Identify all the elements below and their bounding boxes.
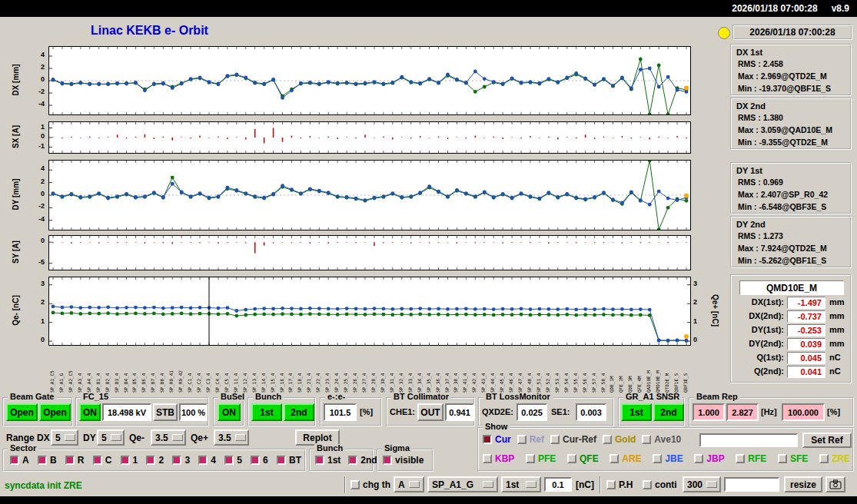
sigma-visible-checkbox[interactable]: visible [383, 455, 424, 466]
panel-label: Bunch [314, 444, 345, 453]
screenshot-button[interactable] [825, 476, 845, 492]
sector-3-checkbox[interactable]: 3 [172, 455, 190, 466]
bpm-row-value: 0.041 [787, 366, 825, 378]
gr-a1-1st-button[interactable]: 1st [621, 403, 652, 421]
beam-rep-hz-unit: [Hz] [761, 407, 777, 416]
show-row2-rfe-checkbox[interactable]: RFE [736, 453, 766, 464]
separator [344, 476, 346, 493]
checkbox-indicator [526, 454, 535, 463]
sector-5-checkbox[interactable]: 5 [224, 455, 242, 466]
range-qe-plus-select[interactable]: 3.5 [214, 429, 249, 446]
sector-b-checkbox[interactable]: B [38, 455, 57, 466]
x-axis-label: SP_A3_4 [78, 346, 83, 393]
busel-on-button[interactable]: ON [218, 403, 241, 421]
conti-checkbox[interactable]: conti [643, 479, 677, 490]
show-row2-kbp-checkbox[interactable]: KBP [483, 453, 514, 464]
dx-orbit-plot[interactable] [48, 46, 691, 115]
show-row1-cur-ref-checkbox[interactable]: Cur-Ref [550, 434, 596, 445]
select-value: 5 [55, 433, 61, 443]
x-axis-label: SP_34_4 [417, 346, 423, 393]
bunch-filter-1st-checkbox[interactable]: 1st [315, 455, 340, 466]
ph-checkbox[interactable]: P.H [606, 479, 633, 490]
checkbox-indicator [348, 456, 357, 465]
gr-a1-2nd-button[interactable]: 2nd [653, 403, 684, 421]
aux-input[interactable] [724, 477, 779, 492]
che1-out-button[interactable]: OUT [417, 403, 443, 421]
show-row2-are-checkbox[interactable]: ARE [610, 453, 641, 464]
x-axis-label: QMD10E_M [656, 346, 661, 393]
checkbox-indicator [778, 454, 787, 463]
ref-name-input[interactable] [699, 433, 798, 447]
checkbox-indicator [198, 456, 208, 465]
bunch-1st-button[interactable]: 1st [251, 403, 282, 421]
x-axis-label: SP_12_4 [243, 346, 248, 393]
sector-r-checkbox[interactable]: R [65, 455, 85, 466]
show-row2-qfe-checkbox[interactable]: QFE [567, 453, 599, 464]
show-row2-zre-checkbox[interactable]: ZRE [819, 453, 850, 464]
chg-th-checkbox[interactable]: chg th [350, 479, 390, 490]
range-dy-select[interactable]: 5 [97, 429, 125, 446]
show-row1-cur-checkbox[interactable]: Cur [483, 434, 511, 445]
checkbox-label: 3 [184, 455, 190, 466]
bunch-filter-panel: Bunch 1st2nd [309, 449, 374, 472]
interval-select[interactable]: 300 [683, 476, 721, 492]
sector-a-select[interactable]: A [394, 476, 424, 492]
sector-c-checkbox[interactable]: C [93, 455, 112, 466]
beam-gate-open-button-1[interactable]: Open [6, 403, 38, 421]
show-row2-pfe-checkbox[interactable]: PFE [526, 453, 556, 464]
dy-1st-stats-panel: DY 1st RMS : 0.969 Max : 2.407@SP_R0_42 … [730, 162, 852, 214]
bunch-select[interactable]: 1st [501, 476, 541, 492]
checkbox-indicator [93, 456, 102, 465]
bunch-filter-2nd-checkbox[interactable]: 2nd [348, 455, 377, 466]
qe-right-y-axis-label: Qe+ [nC] [711, 294, 719, 327]
range-dx-select[interactable]: 5 [51, 429, 78, 446]
x-axis-label: SP_17_4 [288, 346, 294, 393]
charge-plot[interactable] [48, 277, 691, 346]
resize-button[interactable]: resize [784, 476, 822, 492]
checkbox-indicator [694, 454, 703, 463]
set-ref-button[interactable]: Set Ref [802, 433, 852, 448]
x-axis-label: SP_A1_G [59, 346, 65, 393]
gr-a1-snsr-panel: GR_A1 SNSR 1st 2nd [618, 397, 685, 426]
sector-6-checkbox[interactable]: 6 [251, 455, 268, 466]
bt-collimator-panel: BT Collimator CHE1: OUT 0.941 [386, 397, 475, 426]
show-row2-jbe-checkbox[interactable]: JBE [653, 453, 683, 464]
beam-gate-open-button-2[interactable]: Open [39, 403, 71, 421]
sector-4-checkbox[interactable]: 4 [198, 455, 216, 466]
ee-ratio-unit: [%] [360, 407, 373, 416]
sector-a-checkbox[interactable]: A [10, 455, 29, 466]
checkbox-label: R [78, 455, 85, 466]
fc15-on-button[interactable]: ON [79, 403, 101, 421]
checkbox-indicator [736, 454, 745, 463]
fc15-stb-button[interactable]: STB [153, 403, 178, 421]
bunch-2nd-button[interactable]: 2nd [284, 403, 314, 421]
dy-ytick-label: 4 [28, 164, 45, 172]
checkbox-label: 4 [211, 455, 216, 466]
range-qe-minus-select[interactable]: 3.5 [151, 429, 186, 446]
show-row2-jbp-checkbox[interactable]: JBP [694, 453, 724, 464]
show-row1-ref-checkbox[interactable]: Ref [517, 434, 544, 445]
threshold-input[interactable]: 0.1 [544, 477, 572, 492]
x-axis-label: SP_23_4 [325, 346, 331, 393]
x-axis-label: SP_35_4 [427, 346, 432, 393]
x-axis-label: SP_45_4 [500, 346, 505, 393]
sector-2-checkbox[interactable]: 2 [146, 455, 164, 466]
checkbox-label: PFE [538, 453, 556, 464]
sector-1-checkbox[interactable]: 1 [121, 455, 138, 466]
dx-ytick-label: -4 [28, 100, 45, 108]
show-row1-ave10-checkbox[interactable]: Ave10 [642, 434, 681, 445]
top-version: v8.9 [832, 3, 849, 14]
x-axis-label: SP_51_4 [536, 346, 542, 393]
panel-label: FC_15 [81, 393, 111, 401]
dy-orbit-plot[interactable] [48, 160, 691, 230]
x-axis-label: SP_C1_4 [188, 346, 193, 393]
show-row1-gold-checkbox[interactable]: Gold [603, 434, 636, 445]
sector-bt-checkbox[interactable]: BT [277, 455, 301, 466]
sy-steering-plot[interactable] [48, 235, 691, 270]
stats-rms: RMS : 2.458 [738, 59, 783, 68]
sx-steering-plot[interactable] [48, 121, 691, 154]
x-axis-label: SP_41_4 [463, 346, 468, 393]
checkbox-label: 5 [237, 455, 242, 466]
bpm-select[interactable]: SP_A1_G [427, 476, 498, 492]
show-row2-sfe-checkbox[interactable]: SFE [778, 453, 808, 464]
